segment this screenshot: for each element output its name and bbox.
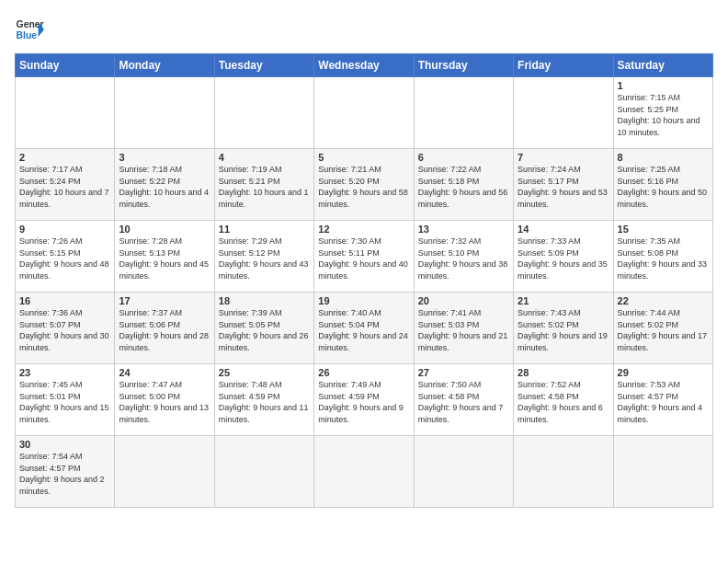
day-info: Sunrise: 7:18 AM Sunset: 5:22 PM Dayligh…: [119, 164, 210, 210]
calendar-cell: 18Sunrise: 7:39 AM Sunset: 5:05 PM Dayli…: [214, 293, 313, 364]
day-info: Sunrise: 7:40 AM Sunset: 5:04 PM Dayligh…: [318, 307, 409, 353]
calendar-day-header: Tuesday: [214, 54, 313, 77]
calendar-cell: [514, 436, 613, 508]
calendar-cell: [613, 436, 712, 508]
calendar-cell: [314, 436, 414, 508]
calendar-cell: [514, 77, 613, 149]
day-info: Sunrise: 7:21 AM Sunset: 5:20 PM Dayligh…: [318, 164, 409, 210]
day-number: 10: [119, 224, 210, 235]
calendar-week-row: 30Sunrise: 7:54 AM Sunset: 4:57 PM Dayli…: [16, 436, 713, 508]
calendar-cell: 15Sunrise: 7:35 AM Sunset: 5:08 PM Dayli…: [613, 221, 712, 293]
calendar-cell: 24Sunrise: 7:47 AM Sunset: 5:00 PM Dayli…: [115, 364, 214, 436]
day-info: Sunrise: 7:48 AM Sunset: 4:59 PM Dayligh…: [219, 379, 310, 425]
header: General Blue: [15, 15, 713, 44]
day-number: 1: [618, 80, 709, 91]
calendar-cell: 28Sunrise: 7:52 AM Sunset: 4:58 PM Dayli…: [514, 364, 613, 436]
day-info: Sunrise: 7:47 AM Sunset: 5:00 PM Dayligh…: [119, 379, 210, 425]
day-number: 19: [318, 295, 409, 306]
logo: General Blue: [15, 15, 44, 44]
day-number: 11: [219, 224, 310, 235]
day-number: 8: [618, 152, 709, 163]
day-number: 9: [19, 224, 110, 235]
calendar-cell: [414, 77, 513, 149]
calendar-cell: 9Sunrise: 7:26 AM Sunset: 5:15 PM Daylig…: [16, 221, 115, 293]
day-info: Sunrise: 7:32 AM Sunset: 5:10 PM Dayligh…: [418, 236, 509, 282]
day-number: 27: [418, 367, 509, 378]
calendar-day-header: Sunday: [16, 54, 115, 77]
day-info: Sunrise: 7:15 AM Sunset: 5:25 PM Dayligh…: [618, 92, 709, 138]
calendar-cell: [115, 77, 214, 149]
day-info: Sunrise: 7:43 AM Sunset: 5:02 PM Dayligh…: [518, 307, 609, 353]
calendar-day-header: Monday: [115, 54, 214, 77]
day-info: Sunrise: 7:41 AM Sunset: 5:03 PM Dayligh…: [418, 307, 509, 353]
calendar-cell: 19Sunrise: 7:40 AM Sunset: 5:04 PM Dayli…: [314, 293, 414, 364]
calendar-cell: 25Sunrise: 7:48 AM Sunset: 4:59 PM Dayli…: [214, 364, 313, 436]
calendar-cell: [115, 436, 214, 508]
day-number: 24: [119, 367, 210, 378]
calendar-cell: 21Sunrise: 7:43 AM Sunset: 5:02 PM Dayli…: [514, 293, 613, 364]
calendar-cell: 17Sunrise: 7:37 AM Sunset: 5:06 PM Dayli…: [115, 293, 214, 364]
calendar-week-row: 2Sunrise: 7:17 AM Sunset: 5:24 PM Daylig…: [16, 149, 713, 221]
day-info: Sunrise: 7:35 AM Sunset: 5:08 PM Dayligh…: [618, 236, 709, 282]
day-number: 28: [518, 367, 609, 378]
day-number: 5: [318, 152, 409, 163]
calendar-week-row: 16Sunrise: 7:36 AM Sunset: 5:07 PM Dayli…: [16, 293, 713, 364]
calendar-cell: [16, 77, 115, 149]
day-info: Sunrise: 7:24 AM Sunset: 5:17 PM Dayligh…: [518, 164, 609, 210]
day-number: 17: [119, 295, 210, 306]
calendar-day-header: Wednesday: [314, 54, 414, 77]
calendar-week-row: 1Sunrise: 7:15 AM Sunset: 5:25 PM Daylig…: [16, 77, 713, 149]
day-info: Sunrise: 7:25 AM Sunset: 5:16 PM Dayligh…: [618, 164, 709, 210]
day-number: 6: [418, 152, 509, 163]
day-info: Sunrise: 7:28 AM Sunset: 5:13 PM Dayligh…: [119, 236, 210, 282]
calendar-cell: 29Sunrise: 7:53 AM Sunset: 4:57 PM Dayli…: [613, 364, 712, 436]
calendar-cell: 22Sunrise: 7:44 AM Sunset: 5:02 PM Dayli…: [613, 293, 712, 364]
calendar-cell: 30Sunrise: 7:54 AM Sunset: 4:57 PM Dayli…: [16, 436, 115, 508]
calendar-cell: [414, 436, 513, 508]
calendar-cell: 27Sunrise: 7:50 AM Sunset: 4:58 PM Dayli…: [414, 364, 513, 436]
calendar-day-header: Saturday: [613, 54, 712, 77]
day-info: Sunrise: 7:49 AM Sunset: 4:59 PM Dayligh…: [318, 379, 409, 425]
calendar-header-row: SundayMondayTuesdayWednesdayThursdayFrid…: [16, 54, 713, 77]
calendar-cell: 10Sunrise: 7:28 AM Sunset: 5:13 PM Dayli…: [115, 221, 214, 293]
day-number: 7: [518, 152, 609, 163]
calendar-cell: 5Sunrise: 7:21 AM Sunset: 5:20 PM Daylig…: [314, 149, 414, 221]
day-info: Sunrise: 7:30 AM Sunset: 5:11 PM Dayligh…: [318, 236, 409, 282]
day-number: 26: [318, 367, 409, 378]
calendar-cell: 11Sunrise: 7:29 AM Sunset: 5:12 PM Dayli…: [214, 221, 313, 293]
calendar-table: SundayMondayTuesdayWednesdayThursdayFrid…: [15, 53, 713, 508]
day-number: 25: [219, 367, 310, 378]
day-number: 14: [518, 224, 609, 235]
calendar-day-header: Thursday: [414, 54, 513, 77]
day-info: Sunrise: 7:19 AM Sunset: 5:21 PM Dayligh…: [219, 164, 310, 210]
day-number: 30: [19, 439, 110, 450]
day-number: 20: [418, 295, 509, 306]
calendar-cell: 4Sunrise: 7:19 AM Sunset: 5:21 PM Daylig…: [214, 149, 313, 221]
day-number: 13: [418, 224, 509, 235]
page: General Blue SundayMondayTuesdayWednesda…: [0, 0, 728, 563]
svg-text:Blue: Blue: [17, 30, 38, 40]
day-number: 16: [19, 295, 110, 306]
day-number: 18: [219, 295, 310, 306]
day-info: Sunrise: 7:54 AM Sunset: 4:57 PM Dayligh…: [19, 451, 110, 497]
calendar-cell: 13Sunrise: 7:32 AM Sunset: 5:10 PM Dayli…: [414, 221, 513, 293]
calendar-cell: 20Sunrise: 7:41 AM Sunset: 5:03 PM Dayli…: [414, 293, 513, 364]
logo-icon: General Blue: [15, 15, 44, 44]
calendar-cell: 6Sunrise: 7:22 AM Sunset: 5:18 PM Daylig…: [414, 149, 513, 221]
day-info: Sunrise: 7:50 AM Sunset: 4:58 PM Dayligh…: [418, 379, 509, 425]
calendar-week-row: 9Sunrise: 7:26 AM Sunset: 5:15 PM Daylig…: [16, 221, 713, 293]
day-number: 21: [518, 295, 609, 306]
calendar-week-row: 23Sunrise: 7:45 AM Sunset: 5:01 PM Dayli…: [16, 364, 713, 436]
day-number: 22: [618, 295, 709, 306]
calendar-cell: 7Sunrise: 7:24 AM Sunset: 5:17 PM Daylig…: [514, 149, 613, 221]
calendar-cell: 3Sunrise: 7:18 AM Sunset: 5:22 PM Daylig…: [115, 149, 214, 221]
day-info: Sunrise: 7:17 AM Sunset: 5:24 PM Dayligh…: [19, 164, 110, 210]
day-number: 23: [19, 367, 110, 378]
calendar-cell: 2Sunrise: 7:17 AM Sunset: 5:24 PM Daylig…: [16, 149, 115, 221]
day-info: Sunrise: 7:52 AM Sunset: 4:58 PM Dayligh…: [518, 379, 609, 425]
day-info: Sunrise: 7:37 AM Sunset: 5:06 PM Dayligh…: [119, 307, 210, 353]
calendar-cell: 16Sunrise: 7:36 AM Sunset: 5:07 PM Dayli…: [16, 293, 115, 364]
day-number: 15: [618, 224, 709, 235]
day-info: Sunrise: 7:39 AM Sunset: 5:05 PM Dayligh…: [219, 307, 310, 353]
day-info: Sunrise: 7:29 AM Sunset: 5:12 PM Dayligh…: [219, 236, 310, 282]
